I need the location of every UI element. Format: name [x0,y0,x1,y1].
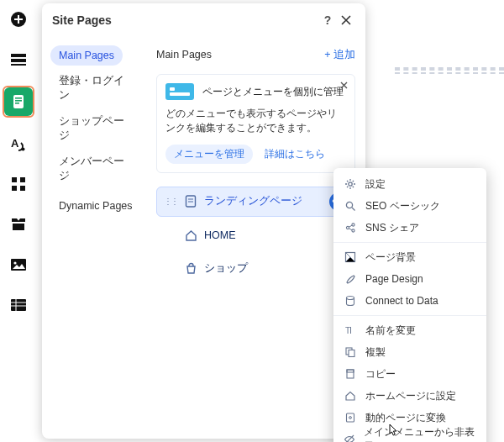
menu-item-seo[interactable]: SEO ベーシック [333,195,486,217]
shop-icon [184,262,197,276]
menu-separator [333,242,486,243]
menu-item-design[interactable]: Page Design [333,268,486,290]
tool-pages-icon[interactable] [4,87,33,116]
svg-rect-13 [20,186,25,191]
menu-separator [333,315,486,316]
page-context-menu: 設定 SEO ベーシック SNS シェア ページ背景 Page Design C… [333,168,486,442]
svg-text:A: A [11,137,19,150]
svg-point-26 [346,202,352,208]
menu-item-background[interactable]: ページ背景 [333,246,486,268]
tool-media-icon[interactable] [4,250,33,279]
menu-item-label: 設定 [365,177,386,192]
tool-sections-icon[interactable] [4,45,33,74]
svg-point-25 [349,182,352,186]
menu-item-label: Page Design [365,273,423,285]
tool-data-icon[interactable] [4,291,33,319]
svg-rect-7 [15,103,19,104]
sidebar-item[interactable]: ショップページ [50,109,143,148]
rename-icon: T [344,324,357,337]
background-icon [344,250,357,264]
section-label: Main Pages [156,49,324,61]
infobox: ページとメニューを個別に管理 どのメニューでも表示するページやリンクを編集するこ… [156,74,355,173]
svg-point-34 [347,297,354,300]
share-icon [344,221,357,234]
learn-more-link[interactable]: 詳細はこちら [265,148,325,160]
tool-add-icon[interactable] [4,5,33,34]
home-icon [344,389,357,403]
drag-handle-icon[interactable]: ⋮⋮ [164,197,177,206]
svg-rect-5 [15,97,22,99]
page-list: ⋮⋮ ランディングページ ••• ⋮⋮ HOME [156,187,355,284]
svg-rect-36 [350,327,351,334]
svg-rect-14 [13,224,24,230]
sidebar-item-dynamic[interactable]: Dynamic Pages [50,195,143,217]
svg-text:T: T [345,326,350,335]
menu-item-label: ページ背景 [365,250,416,265]
sidebar-item-main[interactable]: Main Pages [50,45,123,66]
tool-market-icon[interactable] [4,210,33,239]
menu-item-rename[interactable]: T 名前を変更 [333,319,486,341]
menu-item-duplicate[interactable]: 複製 [333,341,486,363]
page-row-label: HOME [204,229,348,241]
page-row[interactable]: ⋮⋮ ショップ [156,254,355,284]
menu-item-label: SEO ベーシック [365,199,440,213]
menu-item-copy[interactable]: コピー [333,363,486,385]
svg-point-29 [352,224,354,226]
svg-point-16 [13,261,16,264]
svg-rect-38 [349,350,354,357]
menu-item-set-homepage[interactable]: ホームページに設定 [333,385,486,407]
infobox-close-icon[interactable] [340,80,348,92]
copy-icon [344,367,357,381]
brush-icon [344,272,357,286]
svg-rect-12 [12,186,17,191]
menu-item-label: 名前を変更 [365,324,416,338]
svg-rect-3 [11,64,26,66]
svg-line-31 [349,225,352,227]
svg-rect-10 [12,177,17,182]
menu-item-label: コピー [365,367,396,381]
svg-line-27 [352,208,355,211]
site-pages-panel: Site Pages ? Main Pages 登録・ログイン ショップページ … [42,3,365,439]
gear-icon [344,177,357,191]
svg-point-28 [346,226,349,229]
svg-rect-11 [20,177,25,182]
svg-point-42 [349,417,352,419]
svg-point-30 [352,229,354,232]
seo-icon [344,199,357,213]
sidebar-item[interactable]: 登録・ログイン [50,69,143,108]
menu-item-label: メインメニューから非表示にする [364,425,476,442]
menu-item-label: Connect to Data [365,295,438,307]
help-icon[interactable]: ? [318,11,337,29]
svg-rect-1 [11,54,26,57]
left-toolbar: A [0,0,37,442]
menu-item-sns[interactable]: SNS シェア [333,217,486,239]
page-row[interactable]: ⋮⋮ ランディングページ ••• [156,187,355,217]
tool-apps-icon[interactable] [4,170,33,198]
home-icon [184,229,197,242]
manage-menu-button[interactable]: メニューを管理 [165,145,253,164]
dynamic-icon [344,411,357,424]
menu-item-label: 複製 [365,345,386,360]
page-row-label: ショップ [204,261,348,276]
tool-theme-icon[interactable]: A [4,129,33,158]
svg-rect-4 [13,95,24,108]
close-icon[interactable] [337,11,355,29]
page-row[interactable]: ⋮⋮ HOME [156,220,355,250]
add-page-button[interactable]: + 追加 [324,48,355,62]
menu-item-hide[interactable]: メインメニューから非表示にする [333,429,486,442]
canvas-guide [395,67,504,71]
sidebar-item[interactable]: メンバーページ [50,150,143,188]
page-icon [184,195,197,208]
menu-item-label: SNS シェア [365,221,419,235]
tool-pages-highlight [3,86,34,118]
panel-title: Site Pages [52,13,318,27]
menu-item-label: ホームページに設定 [365,389,456,403]
svg-rect-40 [347,370,354,372]
data-icon [344,294,357,308]
svg-rect-6 [15,100,22,102]
panel-header: Site Pages ? [42,3,365,37]
menu-item-connect-data[interactable]: Connect to Data [333,290,486,312]
menu-item-settings[interactable]: 設定 [333,173,486,195]
svg-rect-2 [11,59,26,62]
menu-item-label: 動的ページに変換 [365,411,446,425]
